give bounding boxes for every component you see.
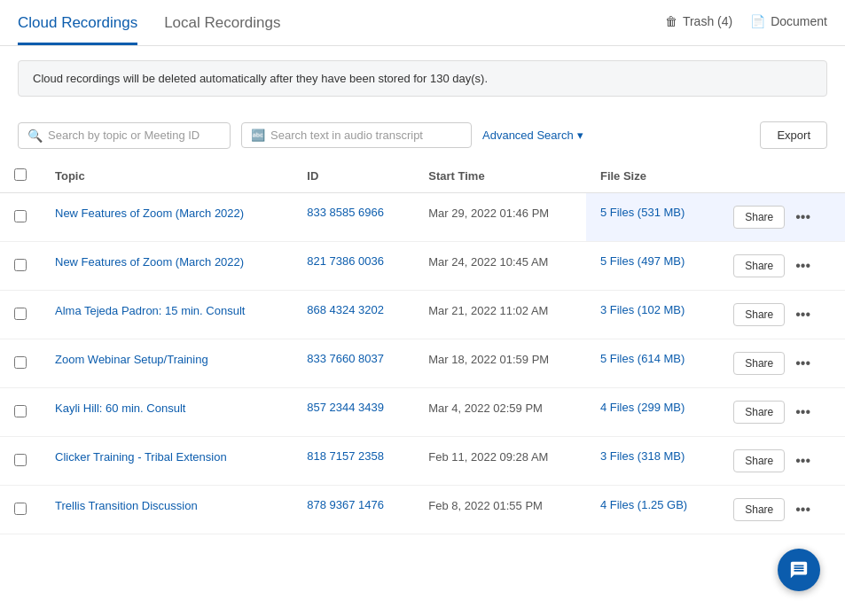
trash-button[interactable]: 🗑 Trash (4): [665, 14, 732, 28]
row-file-size: 4 Files (299 MB): [586, 388, 719, 437]
search-area: 🔍 🔤 Advanced Search ▾ Export: [0, 111, 845, 160]
table-row: New Features of Zoom (March 2022)821 738…: [0, 242, 845, 291]
row-actions: Share •••: [719, 437, 845, 486]
row-topic[interactable]: Trellis Transition Discussion: [41, 486, 293, 534]
topic-search-input[interactable]: [48, 129, 221, 142]
row-start-time: Feb 8, 2022 01:55 PM: [414, 486, 586, 534]
table-row: Clicker Training - Tribal Extension818 7…: [0, 437, 845, 486]
table-row: Trellis Transition Discussion878 9367 14…: [0, 486, 845, 534]
row-checkbox[interactable]: [14, 308, 27, 320]
chat-fab[interactable]: [778, 549, 820, 591]
row-topic[interactable]: Alma Tejeda Padron: 15 min. Consult: [41, 291, 293, 339]
table-row: Alma Tejeda Padron: 15 min. Consult868 4…: [0, 291, 845, 339]
share-button[interactable]: Share: [733, 206, 785, 229]
row-checkbox[interactable]: [14, 259, 27, 271]
document-label: Document: [771, 14, 827, 28]
row-start-time: Feb 11, 2022 09:28 AM: [414, 437, 586, 486]
more-options-button[interactable]: •••: [792, 404, 814, 420]
chevron-down-icon: ▾: [577, 129, 583, 142]
transcript-search-icon: 🔤: [251, 129, 265, 142]
more-options-button[interactable]: •••: [792, 307, 814, 323]
row-topic[interactable]: Kayli Hill: 60 min. Consult: [41, 388, 293, 437]
row-checkbox[interactable]: [14, 454, 27, 466]
row-checkbox-cell: [0, 437, 41, 486]
share-button[interactable]: Share: [733, 449, 785, 472]
row-file-size: 5 Files (614 MB): [586, 339, 719, 388]
trash-icon: 🗑: [665, 14, 677, 28]
row-checkbox-cell: [0, 193, 41, 242]
topic-search-box[interactable]: 🔍: [18, 122, 231, 149]
row-file-size: 3 Files (318 MB): [586, 437, 719, 486]
row-checkbox-cell: [0, 388, 41, 437]
advanced-search-label: Advanced Search: [482, 129, 574, 142]
row-actions: Share •••: [719, 486, 845, 534]
row-topic[interactable]: Clicker Training - Tribal Extension: [41, 437, 293, 486]
transcript-search-box[interactable]: 🔤: [241, 122, 472, 148]
row-topic[interactable]: New Features of Zoom (March 2022): [41, 193, 293, 242]
topic-header: Topic: [41, 160, 293, 193]
select-all-header[interactable]: [0, 160, 41, 193]
row-id: 821 7386 0036: [293, 242, 414, 291]
recordings-table: Topic ID Start Time File Size New Featur…: [0, 160, 845, 534]
table-row: Zoom Webinar Setup/Training833 7660 8037…: [0, 339, 845, 388]
row-start-time: Mar 24, 2022 10:45 AM: [414, 242, 586, 291]
share-button[interactable]: Share: [733, 303, 785, 326]
select-all-checkbox[interactable]: [14, 168, 27, 181]
transcript-search-input[interactable]: [270, 129, 462, 142]
search-icon: 🔍: [27, 129, 43, 143]
row-id: 878 9367 1476: [293, 486, 414, 534]
row-actions: Share •••: [719, 339, 845, 388]
table-row: Kayli Hill: 60 min. Consult857 2344 3439…: [0, 388, 845, 437]
more-options-button[interactable]: •••: [792, 209, 814, 225]
document-button[interactable]: 📄 Document: [750, 14, 827, 28]
row-id: 818 7157 2358: [293, 437, 414, 486]
actions-header: [719, 160, 845, 193]
more-options-button[interactable]: •••: [792, 355, 814, 371]
row-file-size: 5 Files (497 MB): [586, 242, 719, 291]
tab-local-recordings[interactable]: Local Recordings: [164, 14, 280, 45]
row-checkbox-cell: [0, 291, 41, 339]
row-id: 833 8585 6966: [293, 193, 414, 242]
row-file-size: 5 Files (531 MB): [586, 193, 719, 242]
row-actions: Share •••: [719, 388, 845, 437]
row-start-time: Mar 4, 2022 02:59 PM: [414, 388, 586, 437]
trash-label: Trash (4): [683, 14, 732, 28]
row-actions: Share •••: [719, 242, 845, 291]
chat-icon: [789, 560, 809, 580]
row-start-time: Mar 21, 2022 11:02 AM: [414, 291, 586, 339]
filesize-header: File Size: [586, 160, 719, 193]
row-topic[interactable]: New Features of Zoom (March 2022): [41, 242, 293, 291]
more-options-button[interactable]: •••: [792, 453, 814, 469]
more-options-button[interactable]: •••: [792, 258, 814, 274]
row-id: 857 2344 3439: [293, 388, 414, 437]
row-topic[interactable]: Zoom Webinar Setup/Training: [41, 339, 293, 388]
row-checkbox-cell: [0, 486, 41, 534]
share-button[interactable]: Share: [733, 254, 785, 277]
row-id: 868 4324 3202: [293, 291, 414, 339]
row-start-time: Mar 18, 2022 01:59 PM: [414, 339, 586, 388]
row-checkbox-cell: [0, 339, 41, 388]
row-checkbox-cell: [0, 242, 41, 291]
row-start-time: Mar 29, 2022 01:46 PM: [414, 193, 586, 242]
row-file-size: 4 Files (1.25 GB): [586, 486, 719, 534]
tab-cloud-recordings[interactable]: Cloud Recordings: [18, 14, 137, 45]
starttime-header: Start Time: [414, 160, 586, 193]
row-checkbox[interactable]: [14, 356, 27, 369]
id-header: ID: [293, 160, 414, 193]
doc-icon: 📄: [750, 14, 765, 28]
row-id: 833 7660 8037: [293, 339, 414, 388]
row-checkbox[interactable]: [14, 210, 27, 222]
row-checkbox[interactable]: [14, 503, 27, 515]
share-button[interactable]: Share: [733, 498, 785, 521]
share-button[interactable]: Share: [733, 401, 785, 424]
row-actions: Share •••: [719, 291, 845, 339]
row-file-size: 3 Files (102 MB): [586, 291, 719, 339]
info-banner: Cloud recordings will be deleted automat…: [18, 60, 827, 97]
more-options-button[interactable]: •••: [792, 502, 814, 518]
share-button[interactable]: Share: [733, 352, 785, 375]
advanced-search-button[interactable]: Advanced Search ▾: [482, 129, 583, 142]
row-checkbox[interactable]: [14, 405, 27, 417]
export-button[interactable]: Export: [760, 121, 827, 149]
row-actions: Share •••: [719, 193, 845, 242]
table-row: New Features of Zoom (March 2022)833 858…: [0, 193, 845, 242]
